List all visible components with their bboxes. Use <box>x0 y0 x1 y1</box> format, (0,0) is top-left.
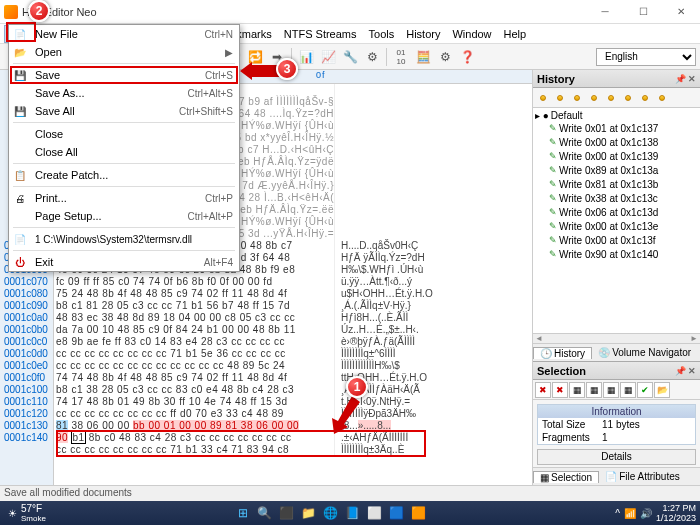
hex-row[interactable]: b8 c1 81 28 05 c3 cc cc 71 b1 56 b7 48 f… <box>54 300 532 312</box>
menu-exit[interactable]: ⏻ExitAlt+F4 <box>9 253 239 271</box>
menu-window[interactable]: Window <box>446 26 497 42</box>
app1-icon[interactable]: 📘 <box>343 503 363 523</box>
hex-row[interactable]: da 7a 00 10 48 85 c9 0f 84 24 b1 00 00 4… <box>54 324 532 336</box>
menu-page-setup[interactable]: Page Setup...Ctrl+Alt+P <box>9 207 239 225</box>
hist-redo-icon[interactable] <box>552 90 568 106</box>
hex-row[interactable]: e8 9b ae fe ff 83 c0 14 83 e4 28 c3 cc c… <box>54 336 532 348</box>
hist-btn6-icon[interactable] <box>620 90 636 106</box>
binary-icon[interactable]: 0110 <box>391 47 411 67</box>
sel-btn4[interactable]: ▦ <box>586 382 602 398</box>
hist-btn5-icon[interactable] <box>603 90 619 106</box>
volume-icon[interactable]: 🔊 <box>640 508 652 519</box>
language-select[interactable]: English <box>596 48 696 66</box>
system-tray[interactable]: ^ 📶 🔊 1:27 PM1/12/2023 <box>615 503 696 523</box>
hex-row[interactable]: fc 09 ff ff 85 c0 74 74 0f b6 8b f0 0f 0… <box>54 276 532 288</box>
hex-row[interactable]: cc cc cc cc cc cc cc cc 71 b1 5e 36 cc c… <box>54 348 532 360</box>
sel-btn5[interactable]: ▦ <box>603 382 619 398</box>
hexedit-icon[interactable]: 🟧 <box>409 503 429 523</box>
menu-close[interactable]: Close <box>9 125 239 143</box>
edge-icon[interactable]: 🌐 <box>321 503 341 523</box>
hex-row[interactable]: 74 74 48 8b 4f 48 48 85 c9 74 02 ff 11 4… <box>54 372 532 384</box>
hist-btn3-icon[interactable] <box>569 90 585 106</box>
explorer-icon[interactable]: 📁 <box>299 503 319 523</box>
tool2-icon[interactable]: 📈 <box>318 47 338 67</box>
hex-row[interactable]: 75 24 48 8b 4f 48 48 85 c9 74 02 ff 11 4… <box>54 288 532 300</box>
history-root[interactable]: ▸ ● Default <box>535 110 698 121</box>
tab-selection[interactable]: ▦Selection <box>533 471 599 483</box>
hex-row[interactable]: cc cc cc cc cc cc cc cc ff d0 70 e3 33 c… <box>54 408 532 420</box>
sel-btn7[interactable]: ✔ <box>637 382 653 398</box>
tool4-icon[interactable]: ⚙ <box>362 47 382 67</box>
sel-btn6[interactable]: ▦ <box>620 382 636 398</box>
menu-open[interactable]: 📂Open▶ <box>9 43 239 61</box>
history-item[interactable]: ✎Write 0x89 at 0x1c13a <box>535 163 698 177</box>
tab-volume-nav[interactable]: 💿Volume Navigator <box>592 347 697 358</box>
menu-save-as[interactable]: Save As...Ctrl+Alt+S <box>9 84 239 102</box>
panel-close-icon[interactable]: ✕ <box>688 74 696 84</box>
minimize-button[interactable]: ─ <box>590 2 620 22</box>
hist-btn4-icon[interactable] <box>586 90 602 106</box>
menu-save[interactable]: 💾SaveCtrl+S <box>9 66 239 84</box>
hex-row[interactable]: b8 c1 38 28 05 c3 cc cc 83 c0 e4 48 8b c… <box>54 384 532 396</box>
hex-row[interactable]: 90 b1 8b c0 48 83 c4 28 c3 cc cc cc cc c… <box>54 432 532 444</box>
sel-btn1[interactable]: ✖ <box>535 382 551 398</box>
history-tree[interactable]: ▸ ● Default ✎Write 0x01 at 0x1c137✎Write… <box>533 108 700 333</box>
side-panel: History 📌✕ ▸ ● Default ✎Write 0x01 at 0x… <box>532 70 700 485</box>
wifi-icon[interactable]: 📶 <box>624 508 636 519</box>
taskview-icon[interactable]: ⬛ <box>277 503 297 523</box>
help-icon[interactable]: ❓ <box>457 47 477 67</box>
sel-btn3[interactable]: ▦ <box>569 382 585 398</box>
hex-row[interactable]: 48 83 ec 38 48 8d 89 18 04 00 00 c8 05 c… <box>54 312 532 324</box>
maximize-button[interactable]: ☐ <box>628 2 658 22</box>
tab-history[interactable]: 🕒History <box>533 347 592 359</box>
menu-help[interactable]: Help <box>498 26 533 42</box>
menu-history[interactable]: History <box>400 26 446 42</box>
hist-btn8-icon[interactable] <box>654 90 670 106</box>
hist-btn7-icon[interactable] <box>637 90 653 106</box>
history-item[interactable]: ✎Write 0x81 at 0x1c13b <box>535 177 698 191</box>
menu-new-file[interactable]: 📄New FileCtrl+N <box>9 25 239 43</box>
history-item[interactable]: ✎Write 0x06 at 0x1c13d <box>535 205 698 219</box>
menu-tools[interactable]: Tools <box>363 26 401 42</box>
sel-pin-icon[interactable]: 📌 <box>675 366 686 376</box>
clock[interactable]: 1:27 PM1/12/2023 <box>656 503 696 523</box>
history-item[interactable]: ✎Write 0x00 at 0x1c138 <box>535 135 698 149</box>
history-scrollbar[interactable]: ◄► <box>533 333 700 343</box>
chevron-up-icon[interactable]: ^ <box>615 508 620 519</box>
history-item[interactable]: ✎Write 0x90 at 0x1c140 <box>535 247 698 261</box>
pin-icon[interactable]: 📌 <box>675 74 686 84</box>
sel-btn2[interactable]: ✖ <box>552 382 568 398</box>
calc-icon[interactable]: 🧮 <box>413 47 433 67</box>
history-item[interactable]: ✎Write 0x00 at 0x1c13f <box>535 233 698 247</box>
hex-row[interactable]: cc cc cc cc cc cc cc cc cc cc cc cc 48 8… <box>54 360 532 372</box>
total-size-value: 11 bytes <box>602 419 640 430</box>
menu-ntfs[interactable]: NTFS Streams <box>278 26 363 42</box>
history-item[interactable]: ✎Write 0x38 at 0x1c13c <box>535 191 698 205</box>
history-item[interactable]: ✎Write 0x00 at 0x1c139 <box>535 149 698 163</box>
tool1-icon[interactable]: 📊 <box>296 47 316 67</box>
settings-icon[interactable]: ⚙ <box>435 47 455 67</box>
sel-close-icon[interactable]: ✕ <box>688 366 696 376</box>
menu-recent-file[interactable]: 📄1 C:\Windows\System32\termsrv.dll <box>9 230 239 248</box>
menu-create-patch[interactable]: 📋Create Patch... <box>9 166 239 184</box>
menu-close-all[interactable]: Close All <box>9 143 239 161</box>
history-item[interactable]: ✎Write 0x01 at 0x1c137 <box>535 121 698 135</box>
hist-undo-icon[interactable] <box>535 90 551 106</box>
search-icon[interactable]: 🔍 <box>255 503 275 523</box>
app2-icon[interactable]: ⬜ <box>365 503 385 523</box>
menu-save-all[interactable]: 💾Save AllCtrl+Shift+S <box>9 102 239 120</box>
start-icon[interactable]: ⊞ <box>233 503 253 523</box>
tab-file-attrs[interactable]: 📄File Attributes <box>599 471 686 482</box>
close-button[interactable]: ✕ <box>666 2 696 22</box>
taskbar-center: ⊞ 🔍 ⬛ 📁 🌐 📘 ⬜ 🟦 🟧 <box>46 503 615 523</box>
details-button[interactable]: Details <box>537 449 696 465</box>
weather-widget[interactable]: ☀ 57°FSmoke <box>8 503 46 523</box>
hex-row[interactable]: 74 17 48 8b 01 49 8b 30 ff 10 4e 74 48 f… <box>54 396 532 408</box>
tool3-icon[interactable]: 🔧 <box>340 47 360 67</box>
hex-row[interactable]: 81 38 06 00 00 bb 00 01 00 00 89 81 38 0… <box>54 420 532 432</box>
menu-print[interactable]: 🖨Print...Ctrl+P <box>9 189 239 207</box>
selection-header: Selection 📌✕ <box>533 362 700 380</box>
app3-icon[interactable]: 🟦 <box>387 503 407 523</box>
history-item[interactable]: ✎Write 0x00 at 0x1c13e <box>535 219 698 233</box>
sel-btn8[interactable]: 📂 <box>654 382 670 398</box>
